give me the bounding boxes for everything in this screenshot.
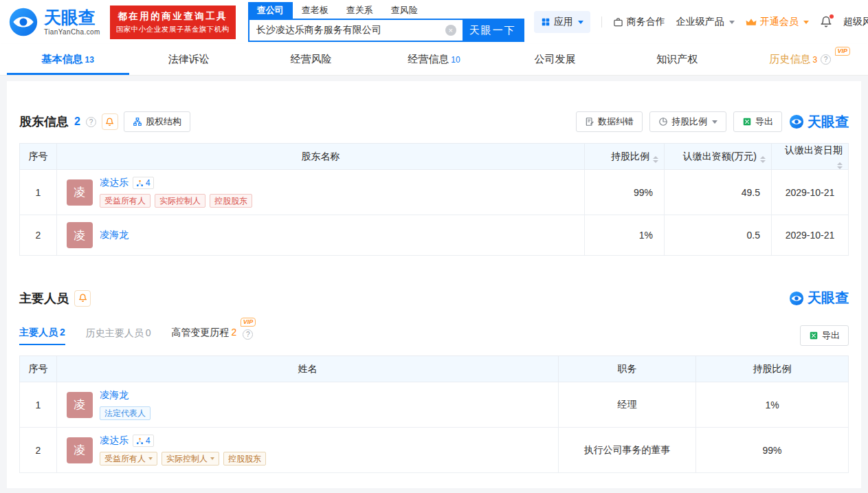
avatar[interactable]: 凌 [67,222,93,248]
tianyancha-watermark: 天眼查 [789,113,849,131]
tab-executive-changes[interactable]: 高管变更历程2 VIP ? [172,327,254,344]
help-icon[interactable]: ? [86,117,96,127]
monitor-bell-button[interactable] [102,113,118,130]
subscribed-amount-value: 49.5 [665,170,772,215]
tab-history-personnel[interactable]: 历史主要人员0 [86,327,151,344]
tag-legal-representative[interactable]: 法定代表人 [100,406,151,420]
section-count: 2 [74,116,80,128]
data-correction-button[interactable]: 数据纠错 [576,111,643,132]
col-subscribed-amount[interactable]: 认缴出资额(万元) [665,144,772,170]
tab-history-info[interactable]: 历史信息 3 VIP ? [739,44,861,75]
nav-apps-label: 应用 [554,16,573,28]
tab-legal-litigation[interactable]: 法律诉讼 [129,44,252,75]
page: 天眼查 TianYanCha.com 都在用的商业查询工具 国家中小企业发展子基… [0,0,868,493]
search-button[interactable]: 天眼一下 [463,20,523,41]
nav-open-vip-label: 开通会员 [760,16,799,28]
shareholder-name-link[interactable]: 凌海龙 [100,229,129,241]
chevron-down-icon [712,120,717,124]
search-tabs: 查公司 查老板 查关系 查风险 [248,2,524,19]
nav-cooperation[interactable]: 商务合作 [613,16,665,28]
export-button[interactable]: 导出 [800,325,849,346]
chevron-down-icon [578,21,583,24]
nav-user[interactable]: 超级风... [843,16,868,28]
slogan-line2: 国家中小企业发展子基金旗下机构 [116,25,230,34]
graph-icon [136,437,144,445]
shareholders-header: 股东信息 2 ? 股权结构 [19,111,849,132]
tag-actual-controller[interactable]: 实际控制人 [155,194,205,208]
avatar[interactable]: 凌 [67,437,93,463]
monitor-bell-button[interactable] [74,290,91,307]
sort-icon[interactable] [653,156,658,163]
equity-graph-badge[interactable]: 4 [133,177,154,189]
equity-graph-badge[interactable]: 4 [133,435,154,447]
col-index: 序号 [20,144,57,170]
col-subscribed-date[interactable]: 认缴出资日期 [772,144,849,170]
personnel-tabs: 主要人员2 历史主要人员0 高管变更历程2 VIP ? [19,325,849,346]
search-tab-boss[interactable]: 查老板 [293,2,337,19]
search-input[interactable] [249,25,445,36]
search-tab-relation[interactable]: 查关系 [337,2,382,19]
search-tab-company[interactable]: 查公司 [248,2,293,19]
person-name-link[interactable]: 凌海龙 [100,389,129,402]
clear-search-icon[interactable]: × [445,25,456,36]
row-index: 2 [20,428,57,473]
holding-ratio-dropdown[interactable]: 持股比例 [649,111,726,132]
notification-bell-icon[interactable] [820,16,832,28]
search-tab-risk[interactable]: 查风险 [382,2,427,19]
table-header-row: 序号 股东名称 持股比例 认缴出资额(万元) 认缴出资日期 [20,144,849,170]
sort-icon[interactable] [837,162,843,169]
personnel-header: 主要人员 [19,289,849,307]
nav-enterprise-label: 企业级产品 [676,16,724,28]
holding-ratio-value: 99% [696,428,849,473]
row-index: 2 [20,215,57,256]
section-title: 主要人员 [19,290,69,307]
table-header-row: 序号 姓名 职务 持股比例 [20,356,849,382]
avatar[interactable]: 凌 [67,392,93,418]
tag-controlling-shareholder[interactable]: 控股股东 [223,452,266,465]
pie-chart-icon [658,117,668,127]
personnel-table: 序号 姓名 职务 持股比例 1 凌 [19,355,849,473]
shareholder-name-link[interactable]: 凌达乐 [100,177,129,189]
sort-icon[interactable] [760,156,766,163]
holding-ratio-value: 1% [696,382,849,428]
tab-basic-info[interactable]: 基本信息 13 [7,44,129,75]
nav-enterprise[interactable]: 企业级产品 [676,16,735,28]
col-holding-ratio: 持股比例 [696,356,849,382]
subscribed-amount-value: 0.5 [665,215,772,256]
tab-key-personnel[interactable]: 主要人员2 [19,327,65,345]
slogan-line1: 都在用的商业查询工具 [116,10,230,23]
tag-controlling-shareholder[interactable]: 控股股东 [210,194,252,208]
tab-operation-risk[interactable]: 经营风险 [251,44,373,75]
holding-ratio-value: 1% [585,215,665,256]
tag-beneficial-owner[interactable]: 受益所有人 [100,194,151,208]
nav-open-vip[interactable]: 开通会员 [746,16,809,28]
col-position: 职务 [559,356,696,382]
excel-icon [742,117,752,127]
slogan-banner: 都在用的商业查询工具 国家中小企业发展子基金旗下机构 [110,6,236,39]
expand-arrow-icon [210,457,214,460]
briefcase-icon [613,17,623,28]
top-nav: 应用 商务合作 企业级产品 开通会员 [534,11,868,33]
position-value: 经理 [559,382,696,428]
help-icon[interactable]: ? [821,54,831,65]
subscribed-date-value: 2029-10-21 [772,170,849,215]
col-holding-ratio[interactable]: 持股比例 [585,144,665,170]
brand-logo[interactable]: 天眼查 TianYanCha.com [8,7,100,37]
equity-structure-button[interactable]: 股权结构 [124,111,190,132]
tab-company-development[interactable]: 公司发展 [495,44,617,75]
tag-actual-controller[interactable]: 实际控制人 [162,452,219,465]
tab-intellectual-property[interactable]: 知识产权 [617,44,739,75]
chevron-down-icon [803,21,809,24]
row-index: 1 [20,382,57,428]
table-row: 2 凌 凌达乐 [20,428,849,473]
help-icon[interactable]: ? [243,329,253,340]
tag-beneficial-owner[interactable]: 受益所有人 [100,452,157,465]
person-name-link[interactable]: 凌达乐 [100,435,129,447]
tab-operation-info[interactable]: 经营信息 10 [373,44,496,75]
nav-apps[interactable]: 应用 [534,11,590,33]
vip-badge: VIP [835,47,851,56]
expand-arrow-icon [148,457,153,460]
export-button[interactable]: 导出 [733,111,782,132]
avatar[interactable]: 凌 [67,179,93,206]
search-area: 查公司 查老板 查关系 查风险 × 天眼一下 [248,2,524,42]
